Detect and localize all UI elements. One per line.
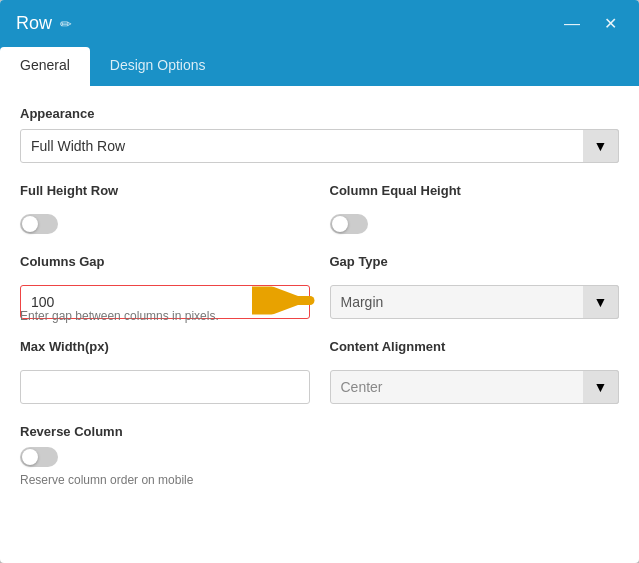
tab-content-general: Appearance Full Width Row Boxed Full Wid… — [0, 86, 639, 563]
column-equal-height-toggle[interactable] — [330, 214, 368, 234]
column-equal-height-toggle-wrapper — [330, 214, 620, 234]
full-height-row-label: Full Height Row — [20, 183, 310, 198]
minimize-button[interactable]: — — [558, 13, 586, 35]
content-alignment-select-wrapper: Center Left Right ▼ — [330, 370, 620, 404]
max-width-label: Max Width(px) — [20, 339, 310, 354]
reverse-column-section: Reverse Column Reserve column order on m… — [20, 424, 619, 487]
tab-design-options[interactable]: Design Options — [90, 47, 226, 86]
tabs: General Design Options — [0, 47, 639, 86]
edit-icon[interactable]: ✏ — [60, 16, 72, 32]
gap-type-label: Gap Type — [330, 254, 620, 269]
reverse-column-helper: Reserve column order on mobile — [20, 473, 619, 487]
full-height-row-knob — [22, 216, 38, 232]
columns-gap-label: Columns Gap — [20, 254, 310, 269]
title-bar: Row ✏ — ✕ — [0, 0, 639, 47]
content-alignment-group: Content Alignment Center Left Right ▼ — [330, 339, 620, 404]
full-height-row-group: Full Height Row — [20, 183, 310, 234]
max-width-group: Max Width(px) — [20, 339, 310, 404]
appearance-label: Appearance — [20, 106, 619, 121]
column-equal-height-knob — [332, 216, 348, 232]
dialog-title: Row — [16, 13, 52, 34]
reverse-column-label: Reverse Column — [20, 424, 619, 439]
title-bar-controls: — ✕ — [558, 12, 623, 35]
full-height-row-toggle[interactable] — [20, 214, 58, 234]
gap-type-select[interactable]: Margin Padding — [330, 285, 620, 319]
gap-type-select-container: Margin Padding ▼ — [330, 285, 620, 319]
dialog: Row ✏ — ✕ General Design Options Appeara… — [0, 0, 639, 563]
title-bar-left: Row ✏ — [16, 13, 72, 34]
appearance-select-wrapper: Full Width Row Boxed Full Width ▼ — [20, 129, 619, 163]
width-alignment-row: Max Width(px) Content Alignment Center L… — [20, 339, 619, 404]
column-equal-height-group: Column Equal Height — [330, 183, 620, 234]
gap-type-group: Gap Type Ma — [330, 254, 620, 319]
column-equal-height-label: Column Equal Height — [330, 183, 620, 198]
reverse-column-knob — [22, 449, 38, 465]
content-alignment-select[interactable]: Center Left Right — [330, 370, 620, 404]
appearance-select[interactable]: Full Width Row Boxed Full Width — [20, 129, 619, 163]
toggle-row-1: Full Height Row Column Equal Height — [20, 183, 619, 234]
max-width-input[interactable] — [20, 370, 310, 404]
content-alignment-label: Content Alignment — [330, 339, 620, 354]
full-height-row-toggle-wrapper — [20, 214, 310, 234]
tab-general[interactable]: General — [0, 47, 90, 86]
close-button[interactable]: ✕ — [598, 12, 623, 35]
reverse-column-toggle[interactable] — [20, 447, 58, 467]
